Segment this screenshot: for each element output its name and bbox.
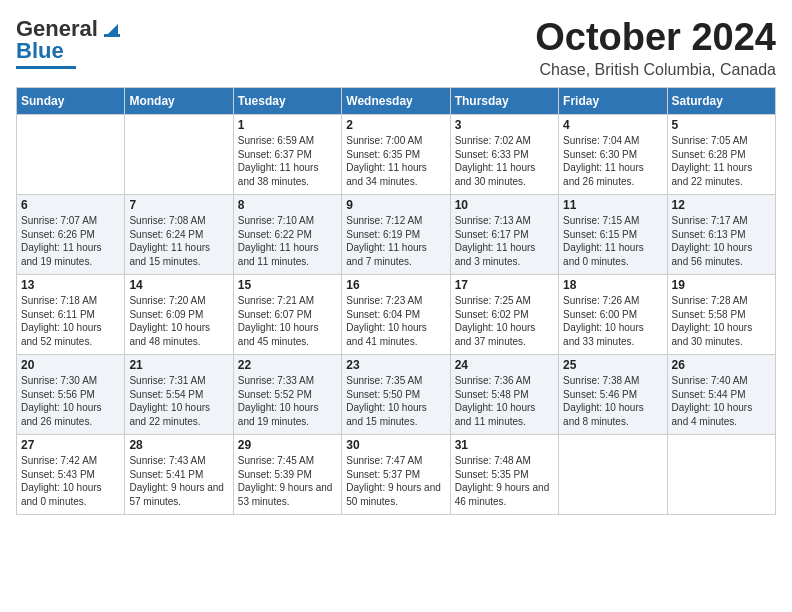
table-row: 14Sunrise: 7:20 AM Sunset: 6:09 PM Dayli… bbox=[125, 275, 233, 355]
svg-rect-1 bbox=[104, 34, 120, 37]
day-number: 13 bbox=[21, 278, 120, 292]
table-row bbox=[559, 435, 667, 515]
day-info: Sunrise: 7:17 AM Sunset: 6:13 PM Dayligh… bbox=[672, 214, 771, 268]
day-number: 11 bbox=[563, 198, 662, 212]
table-row bbox=[667, 435, 775, 515]
day-number: 21 bbox=[129, 358, 228, 372]
day-info: Sunrise: 7:23 AM Sunset: 6:04 PM Dayligh… bbox=[346, 294, 445, 348]
table-row: 6Sunrise: 7:07 AM Sunset: 6:26 PM Daylig… bbox=[17, 195, 125, 275]
day-info: Sunrise: 7:47 AM Sunset: 5:37 PM Dayligh… bbox=[346, 454, 445, 508]
header-thursday: Thursday bbox=[450, 88, 558, 115]
table-row: 26Sunrise: 7:40 AM Sunset: 5:44 PM Dayli… bbox=[667, 355, 775, 435]
day-info: Sunrise: 7:48 AM Sunset: 5:35 PM Dayligh… bbox=[455, 454, 554, 508]
day-info: Sunrise: 7:18 AM Sunset: 6:11 PM Dayligh… bbox=[21, 294, 120, 348]
calendar-header-row: Sunday Monday Tuesday Wednesday Thursday… bbox=[17, 88, 776, 115]
table-row: 21Sunrise: 7:31 AM Sunset: 5:54 PM Dayli… bbox=[125, 355, 233, 435]
day-info: Sunrise: 7:36 AM Sunset: 5:48 PM Dayligh… bbox=[455, 374, 554, 428]
day-info: Sunrise: 7:02 AM Sunset: 6:33 PM Dayligh… bbox=[455, 134, 554, 188]
location-title: Chase, British Columbia, Canada bbox=[535, 61, 776, 79]
day-info: Sunrise: 7:04 AM Sunset: 6:30 PM Dayligh… bbox=[563, 134, 662, 188]
table-row: 22Sunrise: 7:33 AM Sunset: 5:52 PM Dayli… bbox=[233, 355, 341, 435]
table-row: 31Sunrise: 7:48 AM Sunset: 5:35 PM Dayli… bbox=[450, 435, 558, 515]
day-number: 29 bbox=[238, 438, 337, 452]
table-row: 27Sunrise: 7:42 AM Sunset: 5:43 PM Dayli… bbox=[17, 435, 125, 515]
day-number: 27 bbox=[21, 438, 120, 452]
logo: General Blue bbox=[16, 16, 122, 69]
day-info: Sunrise: 7:38 AM Sunset: 5:46 PM Dayligh… bbox=[563, 374, 662, 428]
day-number: 30 bbox=[346, 438, 445, 452]
day-number: 8 bbox=[238, 198, 337, 212]
table-row: 13Sunrise: 7:18 AM Sunset: 6:11 PM Dayli… bbox=[17, 275, 125, 355]
day-number: 14 bbox=[129, 278, 228, 292]
day-number: 24 bbox=[455, 358, 554, 372]
logo-text-blue: Blue bbox=[16, 38, 64, 64]
day-number: 18 bbox=[563, 278, 662, 292]
day-info: Sunrise: 6:59 AM Sunset: 6:37 PM Dayligh… bbox=[238, 134, 337, 188]
table-row: 4Sunrise: 7:04 AM Sunset: 6:30 PM Daylig… bbox=[559, 115, 667, 195]
day-info: Sunrise: 7:20 AM Sunset: 6:09 PM Dayligh… bbox=[129, 294, 228, 348]
day-info: Sunrise: 7:31 AM Sunset: 5:54 PM Dayligh… bbox=[129, 374, 228, 428]
table-row: 10Sunrise: 7:13 AM Sunset: 6:17 PM Dayli… bbox=[450, 195, 558, 275]
day-info: Sunrise: 7:25 AM Sunset: 6:02 PM Dayligh… bbox=[455, 294, 554, 348]
day-number: 25 bbox=[563, 358, 662, 372]
table-row bbox=[17, 115, 125, 195]
logo-underline bbox=[16, 66, 76, 69]
day-info: Sunrise: 7:26 AM Sunset: 6:00 PM Dayligh… bbox=[563, 294, 662, 348]
header-saturday: Saturday bbox=[667, 88, 775, 115]
table-row: 23Sunrise: 7:35 AM Sunset: 5:50 PM Dayli… bbox=[342, 355, 450, 435]
day-info: Sunrise: 7:10 AM Sunset: 6:22 PM Dayligh… bbox=[238, 214, 337, 268]
table-row: 7Sunrise: 7:08 AM Sunset: 6:24 PM Daylig… bbox=[125, 195, 233, 275]
day-number: 10 bbox=[455, 198, 554, 212]
day-number: 16 bbox=[346, 278, 445, 292]
table-row: 16Sunrise: 7:23 AM Sunset: 6:04 PM Dayli… bbox=[342, 275, 450, 355]
day-info: Sunrise: 7:07 AM Sunset: 6:26 PM Dayligh… bbox=[21, 214, 120, 268]
day-number: 31 bbox=[455, 438, 554, 452]
header-tuesday: Tuesday bbox=[233, 88, 341, 115]
table-row: 12Sunrise: 7:17 AM Sunset: 6:13 PM Dayli… bbox=[667, 195, 775, 275]
day-info: Sunrise: 7:21 AM Sunset: 6:07 PM Dayligh… bbox=[238, 294, 337, 348]
day-info: Sunrise: 7:00 AM Sunset: 6:35 PM Dayligh… bbox=[346, 134, 445, 188]
table-row: 15Sunrise: 7:21 AM Sunset: 6:07 PM Dayli… bbox=[233, 275, 341, 355]
header-sunday: Sunday bbox=[17, 88, 125, 115]
calendar-week-row: 20Sunrise: 7:30 AM Sunset: 5:56 PM Dayli… bbox=[17, 355, 776, 435]
calendar-week-row: 6Sunrise: 7:07 AM Sunset: 6:26 PM Daylig… bbox=[17, 195, 776, 275]
day-number: 6 bbox=[21, 198, 120, 212]
table-row: 30Sunrise: 7:47 AM Sunset: 5:37 PM Dayli… bbox=[342, 435, 450, 515]
day-info: Sunrise: 7:45 AM Sunset: 5:39 PM Dayligh… bbox=[238, 454, 337, 508]
day-info: Sunrise: 7:35 AM Sunset: 5:50 PM Dayligh… bbox=[346, 374, 445, 428]
day-info: Sunrise: 7:43 AM Sunset: 5:41 PM Dayligh… bbox=[129, 454, 228, 508]
table-row: 8Sunrise: 7:10 AM Sunset: 6:22 PM Daylig… bbox=[233, 195, 341, 275]
day-info: Sunrise: 7:15 AM Sunset: 6:15 PM Dayligh… bbox=[563, 214, 662, 268]
table-row bbox=[125, 115, 233, 195]
calendar-week-row: 27Sunrise: 7:42 AM Sunset: 5:43 PM Dayli… bbox=[17, 435, 776, 515]
table-row: 29Sunrise: 7:45 AM Sunset: 5:39 PM Dayli… bbox=[233, 435, 341, 515]
table-row: 18Sunrise: 7:26 AM Sunset: 6:00 PM Dayli… bbox=[559, 275, 667, 355]
table-row: 17Sunrise: 7:25 AM Sunset: 6:02 PM Dayli… bbox=[450, 275, 558, 355]
day-number: 26 bbox=[672, 358, 771, 372]
table-row: 19Sunrise: 7:28 AM Sunset: 5:58 PM Dayli… bbox=[667, 275, 775, 355]
day-number: 4 bbox=[563, 118, 662, 132]
calendar-table: Sunday Monday Tuesday Wednesday Thursday… bbox=[16, 87, 776, 515]
day-number: 20 bbox=[21, 358, 120, 372]
day-info: Sunrise: 7:12 AM Sunset: 6:19 PM Dayligh… bbox=[346, 214, 445, 268]
day-number: 17 bbox=[455, 278, 554, 292]
day-number: 23 bbox=[346, 358, 445, 372]
day-info: Sunrise: 7:30 AM Sunset: 5:56 PM Dayligh… bbox=[21, 374, 120, 428]
table-row: 11Sunrise: 7:15 AM Sunset: 6:15 PM Dayli… bbox=[559, 195, 667, 275]
day-number: 5 bbox=[672, 118, 771, 132]
header-wednesday: Wednesday bbox=[342, 88, 450, 115]
day-number: 15 bbox=[238, 278, 337, 292]
day-number: 28 bbox=[129, 438, 228, 452]
table-row: 9Sunrise: 7:12 AM Sunset: 6:19 PM Daylig… bbox=[342, 195, 450, 275]
day-info: Sunrise: 7:40 AM Sunset: 5:44 PM Dayligh… bbox=[672, 374, 771, 428]
day-info: Sunrise: 7:08 AM Sunset: 6:24 PM Dayligh… bbox=[129, 214, 228, 268]
day-number: 3 bbox=[455, 118, 554, 132]
calendar-week-row: 1Sunrise: 6:59 AM Sunset: 6:37 PM Daylig… bbox=[17, 115, 776, 195]
day-info: Sunrise: 7:33 AM Sunset: 5:52 PM Dayligh… bbox=[238, 374, 337, 428]
day-info: Sunrise: 7:42 AM Sunset: 5:43 PM Dayligh… bbox=[21, 454, 120, 508]
table-row: 5Sunrise: 7:05 AM Sunset: 6:28 PM Daylig… bbox=[667, 115, 775, 195]
day-number: 2 bbox=[346, 118, 445, 132]
page-header: General Blue October 2024 Chase, British… bbox=[16, 16, 776, 79]
table-row: 20Sunrise: 7:30 AM Sunset: 5:56 PM Dayli… bbox=[17, 355, 125, 435]
day-number: 9 bbox=[346, 198, 445, 212]
